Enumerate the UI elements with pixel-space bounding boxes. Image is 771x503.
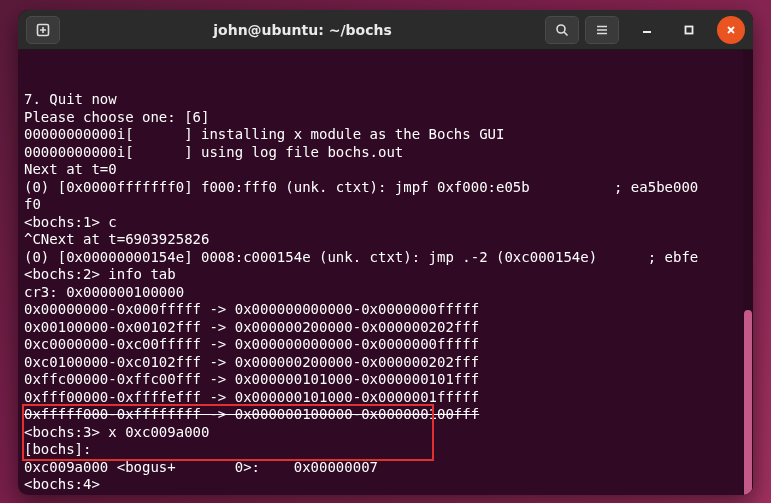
terminal-line: 0x00000000-0x000fffff -> 0x000000000000-… [24, 301, 749, 319]
terminal-line: 0x00100000-0x00102fff -> 0x000000200000-… [24, 319, 749, 337]
terminal-line: f0 [24, 196, 749, 214]
minimize-icon [641, 24, 653, 36]
svg-rect-9 [686, 26, 693, 33]
titlebar: john@ubuntu: ~/bochs [18, 10, 753, 50]
terminal-line: [bochs]: [24, 441, 749, 459]
window-title: john@ubuntu: ~/bochs [66, 22, 539, 38]
terminal-line: <bochs:3> x 0xc009a000 [24, 424, 749, 442]
scrollbar-track[interactable] [743, 50, 753, 495]
maximize-button[interactable] [675, 16, 703, 44]
terminal-line: (0) [0x00000000154e] 0008:c000154e (unk.… [24, 249, 749, 267]
terminal-line: 0xc0000000-0xc00fffff -> 0x000000000000-… [24, 336, 749, 354]
terminal-line: <bochs:4> [24, 476, 749, 494]
terminal-output[interactable]: 7. Quit nowPlease choose one: [6]0000000… [18, 50, 753, 495]
search-icon [555, 23, 569, 37]
terminal-line: ^CNext at t=6903925826 [24, 231, 749, 249]
terminal-line: (0) [0x0000fffffff0] f000:fff0 (unk. ctx… [24, 179, 749, 197]
maximize-icon [683, 24, 695, 36]
menu-button[interactable] [585, 16, 619, 44]
terminal-line: 7. Quit now [24, 91, 749, 109]
search-button[interactable] [545, 16, 579, 44]
hamburger-icon [595, 23, 609, 37]
close-button[interactable] [717, 16, 745, 44]
terminal-line: 0xfff00000-0xffffefff -> 0x000000101000-… [24, 389, 749, 407]
new-tab-button[interactable] [26, 16, 60, 44]
terminal-line: 0xc009a000 <bogus+ 0>: 0x00000007 [24, 459, 749, 477]
terminal-line: 0xffc00000-0xffc00fff -> 0x000000101000-… [24, 371, 749, 389]
terminal-line: 0xc0100000-0xc0102fff -> 0x000000200000-… [24, 354, 749, 372]
titlebar-right [545, 16, 745, 44]
terminal-line: Please choose one: [6] [24, 109, 749, 127]
terminal-line: cr3: 0x000000100000 [24, 284, 749, 302]
terminal-line: <bochs:1> c [24, 214, 749, 232]
terminal-line: 00000000000i[ ] using log file bochs.out [24, 144, 749, 162]
terminal-line: <bochs:2> info tab [24, 266, 749, 284]
new-tab-icon [36, 23, 50, 37]
terminal-line: 0xfffff000-0xffffffff -> 0x000000100000-… [24, 406, 749, 424]
close-icon [725, 24, 737, 36]
scrollbar-thumb[interactable] [744, 310, 752, 495]
terminal-line: 00000000000i[ ] installing x module as t… [24, 126, 749, 144]
terminal-window: john@ubuntu: ~/bochs [18, 10, 753, 495]
svg-point-3 [557, 25, 565, 33]
minimize-button[interactable] [633, 16, 661, 44]
terminal-line: Next at t=0 [24, 161, 749, 179]
svg-line-4 [564, 32, 568, 36]
